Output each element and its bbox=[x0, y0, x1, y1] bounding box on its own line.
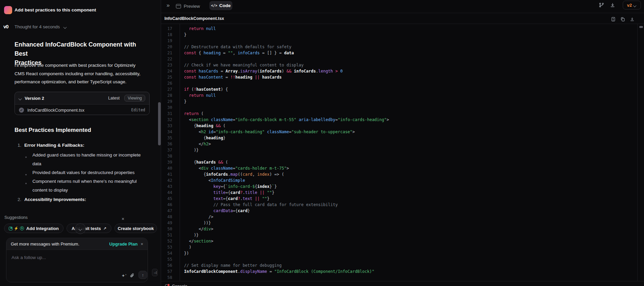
file-diff-icon[interactable] bbox=[611, 17, 616, 22]
code-line: 47 cardData={card} bbox=[161, 208, 644, 214]
code-brackets-icon: </> bbox=[211, 4, 217, 7]
tab-preview[interactable]: Preview bbox=[176, 2, 200, 11]
code-line: 29} bbox=[161, 98, 644, 105]
line-number: 54 bbox=[161, 250, 172, 256]
version-card: Version 2 Latest Viewing ✓ InfoCardBlock… bbox=[15, 92, 150, 115]
collapse-icon: →| bbox=[153, 271, 156, 274]
code-lines[interactable]: 17 return null18}1920// Destructure data… bbox=[161, 24, 644, 281]
code-line: 38 bbox=[161, 153, 644, 159]
code-line: 48 /> bbox=[161, 214, 644, 220]
line-number: 21 bbox=[161, 50, 172, 56]
code-line: 25const hasContent = !!heading || hasCar… bbox=[161, 74, 644, 80]
code-line: 37 )} bbox=[161, 147, 644, 153]
button-label: Add Integration bbox=[26, 226, 59, 231]
code-line: 19 bbox=[161, 38, 644, 44]
tab-label: Preview bbox=[184, 4, 200, 9]
code-line: 42 <InfoCardSimple bbox=[161, 177, 644, 183]
arrow-up-icon: ↑ bbox=[142, 273, 144, 278]
code-line: 18} bbox=[161, 32, 644, 38]
sparkles-icon[interactable]: ✦+ bbox=[121, 273, 127, 278]
code-line: 21const { heading = "", infoCards = [] }… bbox=[161, 50, 644, 56]
code-line: 44 title={card?.title || ""} bbox=[161, 190, 644, 196]
list-bullet: Added guard clauses to handle missing or… bbox=[32, 151, 155, 168]
version-selector[interactable]: v2 bbox=[623, 1, 641, 9]
open-file-name: InfoCardBlockComponent.tsx bbox=[164, 16, 224, 21]
suggestions-close-icon[interactable]: × bbox=[122, 216, 124, 222]
list-bullet: Provided default values for destructured… bbox=[32, 168, 155, 177]
code-line: 36 </h2> bbox=[161, 141, 644, 147]
s-logo-icon: S bbox=[20, 226, 24, 230]
attachment-icon[interactable] bbox=[130, 273, 135, 278]
line-number: 44 bbox=[161, 190, 172, 196]
line-number: 34 bbox=[161, 129, 172, 135]
scroll-to-bottom-button[interactable] bbox=[75, 223, 86, 234]
code-line: 28 return null bbox=[161, 92, 644, 98]
line-number: 20 bbox=[161, 44, 172, 50]
add-integration-button[interactable]: ⚡ S Add Integration bbox=[4, 224, 63, 233]
line-number: 19 bbox=[161, 38, 172, 44]
line-number: 55 bbox=[161, 256, 172, 262]
create-storybook-button[interactable]: Create storybook bbox=[114, 224, 157, 233]
line-number: 36 bbox=[161, 141, 172, 147]
tab-label: Code bbox=[219, 3, 231, 8]
line-number: 30 bbox=[161, 105, 172, 111]
editor-panel: » Preview </> Code v2 bbox=[161, 0, 644, 286]
chevron-down-icon bbox=[64, 25, 67, 28]
code-line: 23// Check if we have meaningful content… bbox=[161, 62, 644, 68]
list-bullet: Component returns null when there's no m… bbox=[32, 177, 155, 195]
code-line: 22 bbox=[161, 56, 644, 62]
download-icon[interactable] bbox=[610, 2, 615, 8]
version-file-row[interactable]: ✓ InfoCardBlockComponent.tsx Edited bbox=[15, 104, 149, 115]
console-bar[interactable]: Console bbox=[161, 281, 644, 286]
line-number: 17 bbox=[161, 26, 172, 32]
thought-toggle[interactable]: Thought for 4 seconds bbox=[15, 24, 67, 29]
followup-input[interactable]: Ask a follow up... bbox=[11, 255, 46, 260]
expand-panel-icon[interactable]: » bbox=[166, 2, 170, 9]
editor-scrollbar[interactable] bbox=[639, 26, 643, 28]
version-title: Version 2 bbox=[25, 96, 44, 101]
line-number: 50 bbox=[161, 226, 172, 232]
send-button[interactable]: ↑ bbox=[138, 271, 147, 279]
fork-icon[interactable] bbox=[599, 2, 604, 8]
gutter-divider bbox=[180, 24, 180, 281]
version-card-header[interactable]: Version 2 Latest Viewing bbox=[15, 92, 149, 104]
code-line: 56// Set display name for better debuggi… bbox=[161, 262, 644, 268]
tab-code[interactable]: </> Code bbox=[209, 1, 232, 10]
copy-icon[interactable] bbox=[620, 17, 625, 22]
code-line: 46 // Pass the full card data for future… bbox=[161, 202, 644, 208]
code-line: 54}) bbox=[161, 250, 644, 256]
line-number: 29 bbox=[161, 98, 172, 105]
code-line: 35 {heading} bbox=[161, 135, 644, 141]
code-line: 27if (!hasContent) { bbox=[161, 86, 644, 92]
section-heading: Best Practices Implemented bbox=[15, 127, 91, 134]
collapse-chat-button[interactable]: →| bbox=[152, 269, 158, 276]
code-line: 53 ) bbox=[161, 244, 644, 250]
banner-close-icon[interactable]: × bbox=[140, 241, 143, 247]
code-line: 58 bbox=[161, 275, 644, 281]
chevron-down-icon bbox=[19, 97, 22, 100]
integration-icon bbox=[9, 227, 12, 230]
code-line: 24const hasCards = Array.isArray(infoCar… bbox=[161, 68, 644, 74]
file-status-badge: Edited bbox=[131, 108, 145, 112]
code-line: 57InfoCardBlockComponent.displayName = "… bbox=[161, 268, 644, 275]
file-tab-bar: InfoCardBlockComponent.tsx bbox=[161, 13, 644, 24]
console-icon bbox=[165, 284, 169, 286]
response-intro: I'll improve the component with best pra… bbox=[15, 61, 150, 86]
external-link-icon: ↗ bbox=[103, 226, 106, 231]
code-line: 30 bbox=[161, 105, 644, 111]
line-number: 31 bbox=[161, 111, 172, 117]
upgrade-plan-link[interactable]: Upgrade Plan bbox=[109, 241, 138, 247]
viewing-badge[interactable]: Viewing bbox=[124, 95, 145, 102]
code-line: 32 <section className="info-cards-block … bbox=[161, 117, 644, 123]
line-number: 37 bbox=[161, 147, 172, 153]
chat-scrollbar[interactable] bbox=[158, 102, 161, 145]
download-file-icon[interactable] bbox=[630, 17, 635, 22]
line-number: 58 bbox=[161, 275, 172, 281]
code-line: 41 {infoCards.map((card, index) => ( bbox=[161, 171, 644, 177]
code-line: 55 bbox=[161, 256, 644, 262]
code-line: 34 <h2 id="info-cards-heading" className… bbox=[161, 129, 644, 135]
line-number: 28 bbox=[161, 92, 172, 98]
add-unit-tests-button[interactable]: Add unit tests ↗ bbox=[67, 224, 111, 233]
scrollbar-track bbox=[637, 24, 638, 286]
bullet-icon bbox=[25, 183, 27, 184]
